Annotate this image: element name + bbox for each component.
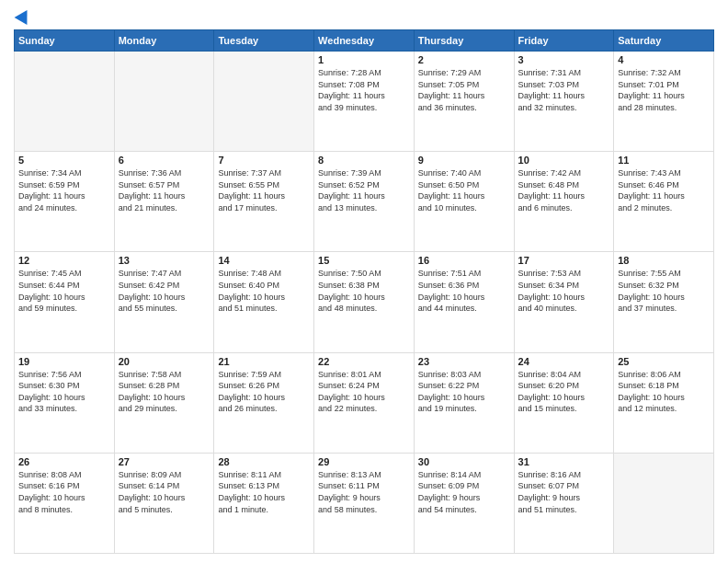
calendar-cell: 19Sunrise: 7:56 AM Sunset: 6:30 PM Dayli…	[15, 352, 115, 453]
cell-content: Sunrise: 8:14 AM Sunset: 6:09 PM Dayligh…	[418, 469, 510, 515]
day-number: 20	[119, 356, 210, 367]
calendar-cell: 16Sunrise: 7:51 AM Sunset: 6:36 PM Dayli…	[414, 252, 514, 352]
cell-content: Sunrise: 7:47 AM Sunset: 6:42 PM Dayligh…	[119, 268, 210, 314]
calendar-cell: 10Sunrise: 7:42 AM Sunset: 6:48 PM Dayli…	[514, 152, 614, 252]
calendar-cell	[15, 52, 115, 152]
day-number: 15	[318, 255, 410, 266]
day-number: 26	[18, 456, 110, 467]
day-number: 9	[418, 155, 510, 166]
calendar-cell: 24Sunrise: 8:04 AM Sunset: 6:20 PM Dayli…	[514, 352, 614, 453]
day-number: 31	[518, 456, 610, 467]
weekday-header-tuesday: Tuesday	[214, 30, 314, 52]
calendar-cell: 27Sunrise: 8:09 AM Sunset: 6:14 PM Dayli…	[114, 453, 214, 553]
cell-content: Sunrise: 7:51 AM Sunset: 6:36 PM Dayligh…	[418, 268, 510, 314]
cell-content: Sunrise: 8:16 AM Sunset: 6:07 PM Dayligh…	[518, 469, 610, 515]
calendar-cell: 7Sunrise: 7:37 AM Sunset: 6:55 PM Daylig…	[214, 152, 314, 252]
day-number: 10	[518, 155, 610, 166]
weekday-header-row: SundayMondayTuesdayWednesdayThursdayFrid…	[15, 30, 714, 52]
day-number: 11	[618, 155, 710, 166]
cell-content: Sunrise: 7:43 AM Sunset: 6:46 PM Dayligh…	[618, 167, 710, 213]
cell-content: Sunrise: 7:32 AM Sunset: 7:01 PM Dayligh…	[618, 67, 710, 113]
day-number: 27	[119, 456, 210, 467]
calendar-cell: 26Sunrise: 8:08 AM Sunset: 6:16 PM Dayli…	[15, 453, 115, 553]
calendar-cell: 5Sunrise: 7:34 AM Sunset: 6:59 PM Daylig…	[15, 152, 115, 252]
day-number: 17	[518, 255, 610, 266]
calendar-cell: 9Sunrise: 7:40 AM Sunset: 6:50 PM Daylig…	[414, 152, 514, 252]
cell-content: Sunrise: 7:58 AM Sunset: 6:28 PM Dayligh…	[119, 369, 210, 415]
calendar-cell: 25Sunrise: 8:06 AM Sunset: 6:18 PM Dayli…	[614, 352, 714, 453]
calendar-cell: 17Sunrise: 7:53 AM Sunset: 6:34 PM Dayli…	[514, 252, 614, 352]
logo-text	[14, 9, 31, 22]
calendar-page: SundayMondayTuesdayWednesdayThursdayFrid…	[0, 0, 728, 563]
cell-content: Sunrise: 7:45 AM Sunset: 6:44 PM Dayligh…	[18, 268, 110, 314]
calendar-cell: 13Sunrise: 7:47 AM Sunset: 6:42 PM Dayli…	[114, 252, 214, 352]
day-number: 6	[119, 155, 210, 166]
day-number: 3	[518, 54, 610, 65]
week-row-1: 1Sunrise: 7:28 AM Sunset: 7:08 PM Daylig…	[15, 52, 714, 152]
cell-content: Sunrise: 8:08 AM Sunset: 6:16 PM Dayligh…	[18, 469, 110, 515]
day-number: 2	[418, 54, 510, 65]
calendar-cell	[614, 453, 714, 553]
day-number: 24	[518, 356, 610, 367]
logo	[14, 9, 31, 22]
day-number: 12	[18, 255, 110, 266]
week-row-4: 19Sunrise: 7:56 AM Sunset: 6:30 PM Dayli…	[15, 352, 714, 453]
calendar-cell: 11Sunrise: 7:43 AM Sunset: 6:46 PM Dayli…	[614, 152, 714, 252]
day-number: 25	[618, 356, 710, 367]
calendar-cell: 14Sunrise: 7:48 AM Sunset: 6:40 PM Dayli…	[214, 252, 314, 352]
day-number: 5	[18, 155, 110, 166]
calendar-cell: 21Sunrise: 7:59 AM Sunset: 6:26 PM Dayli…	[214, 352, 314, 453]
cell-content: Sunrise: 7:34 AM Sunset: 6:59 PM Dayligh…	[18, 167, 110, 213]
calendar-cell: 23Sunrise: 8:03 AM Sunset: 6:22 PM Dayli…	[414, 352, 514, 453]
weekday-header-friday: Friday	[514, 30, 614, 52]
day-number: 7	[218, 155, 310, 166]
calendar-cell	[114, 52, 214, 152]
week-row-5: 26Sunrise: 8:08 AM Sunset: 6:16 PM Dayli…	[15, 453, 714, 553]
day-number: 28	[218, 456, 310, 467]
weekday-header-sunday: Sunday	[15, 30, 115, 52]
cell-content: Sunrise: 7:39 AM Sunset: 6:52 PM Dayligh…	[318, 167, 410, 213]
calendar-table: SundayMondayTuesdayWednesdayThursdayFrid…	[14, 29, 714, 554]
day-number: 8	[318, 155, 410, 166]
day-number: 29	[318, 456, 410, 467]
calendar-cell: 12Sunrise: 7:45 AM Sunset: 6:44 PM Dayli…	[15, 252, 115, 352]
weekday-header-thursday: Thursday	[414, 30, 514, 52]
calendar-cell: 18Sunrise: 7:55 AM Sunset: 6:32 PM Dayli…	[614, 252, 714, 352]
week-row-3: 12Sunrise: 7:45 AM Sunset: 6:44 PM Dayli…	[15, 252, 714, 352]
day-number: 19	[18, 356, 110, 367]
calendar-cell: 31Sunrise: 8:16 AM Sunset: 6:07 PM Dayli…	[514, 453, 614, 553]
cell-content: Sunrise: 7:40 AM Sunset: 6:50 PM Dayligh…	[418, 167, 510, 213]
day-number: 1	[318, 54, 410, 65]
calendar-cell: 6Sunrise: 7:36 AM Sunset: 6:57 PM Daylig…	[114, 152, 214, 252]
cell-content: Sunrise: 7:28 AM Sunset: 7:08 PM Dayligh…	[318, 67, 410, 113]
cell-content: Sunrise: 8:04 AM Sunset: 6:20 PM Dayligh…	[518, 369, 610, 415]
logo-triangle-icon	[15, 6, 34, 25]
calendar-cell: 22Sunrise: 8:01 AM Sunset: 6:24 PM Dayli…	[314, 352, 415, 453]
calendar-cell: 1Sunrise: 7:28 AM Sunset: 7:08 PM Daylig…	[314, 52, 415, 152]
cell-content: Sunrise: 8:01 AM Sunset: 6:24 PM Dayligh…	[318, 369, 410, 415]
day-number: 13	[119, 255, 210, 266]
weekday-header-saturday: Saturday	[614, 30, 714, 52]
cell-content: Sunrise: 8:06 AM Sunset: 6:18 PM Dayligh…	[618, 369, 710, 415]
day-number: 22	[318, 356, 410, 367]
cell-content: Sunrise: 7:42 AM Sunset: 6:48 PM Dayligh…	[518, 167, 610, 213]
cell-content: Sunrise: 7:55 AM Sunset: 6:32 PM Dayligh…	[618, 268, 710, 314]
day-number: 4	[618, 54, 710, 65]
calendar-cell: 3Sunrise: 7:31 AM Sunset: 7:03 PM Daylig…	[514, 52, 614, 152]
cell-content: Sunrise: 7:50 AM Sunset: 6:38 PM Dayligh…	[318, 268, 410, 314]
cell-content: Sunrise: 8:13 AM Sunset: 6:11 PM Dayligh…	[318, 469, 410, 515]
day-number: 21	[218, 356, 310, 367]
calendar-cell: 28Sunrise: 8:11 AM Sunset: 6:13 PM Dayli…	[214, 453, 314, 553]
cell-content: Sunrise: 7:36 AM Sunset: 6:57 PM Dayligh…	[119, 167, 210, 213]
cell-content: Sunrise: 7:56 AM Sunset: 6:30 PM Dayligh…	[18, 369, 110, 415]
weekday-header-wednesday: Wednesday	[314, 30, 415, 52]
day-number: 23	[418, 356, 510, 367]
cell-content: Sunrise: 8:03 AM Sunset: 6:22 PM Dayligh…	[418, 369, 510, 415]
cell-content: Sunrise: 7:59 AM Sunset: 6:26 PM Dayligh…	[218, 369, 310, 415]
day-number: 16	[418, 255, 510, 266]
week-row-2: 5Sunrise: 7:34 AM Sunset: 6:59 PM Daylig…	[15, 152, 714, 252]
day-number: 30	[418, 456, 510, 467]
calendar-cell	[214, 52, 314, 152]
day-number: 18	[618, 255, 710, 266]
header	[14, 9, 714, 22]
